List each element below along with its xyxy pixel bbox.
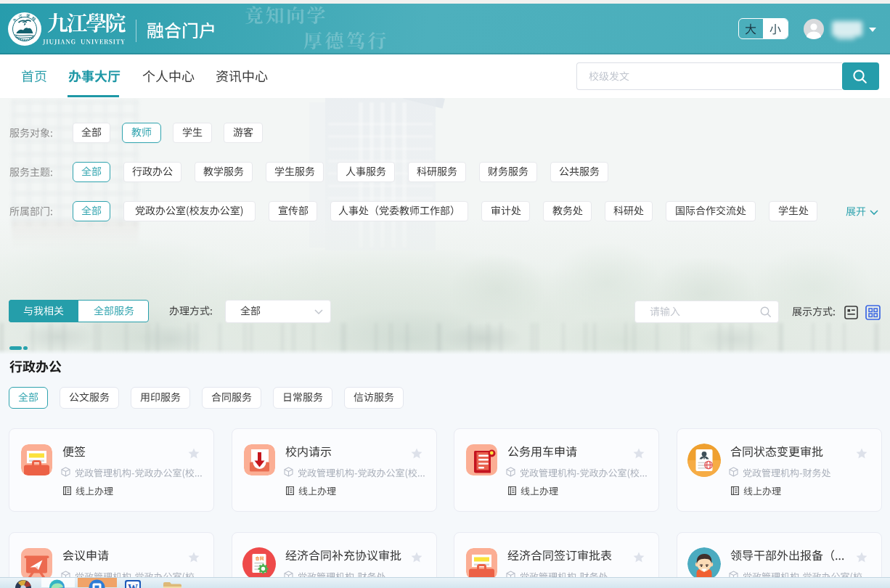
svg-text:W: W [128, 583, 138, 588]
